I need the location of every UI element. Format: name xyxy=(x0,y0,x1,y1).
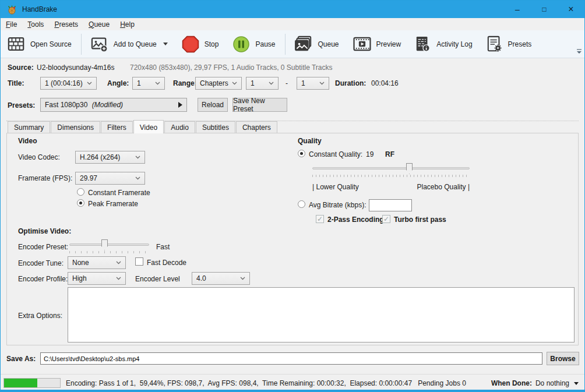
progress-fill xyxy=(4,379,37,387)
title-select[interactable]: 1 (00:04:16) xyxy=(40,77,97,90)
encoder-preset-slider-track xyxy=(69,243,149,246)
toolbar-overflow-icon[interactable] xyxy=(576,49,582,54)
range-from-select[interactable]: 1 xyxy=(246,77,279,90)
placebo-quality-label: Placebo Quality | xyxy=(417,183,470,191)
when-done-control[interactable]: When Done: Do nothing xyxy=(491,379,579,387)
peak-framerate-radio[interactable] xyxy=(77,199,84,207)
activity-log-button[interactable]: Activity Log xyxy=(408,31,479,57)
stop-button[interactable]: Stop xyxy=(175,31,226,57)
preview-icon xyxy=(353,36,371,52)
video-codec-label: Video Codec: xyxy=(18,153,60,161)
quality-section-heading: Quality xyxy=(298,137,322,145)
preset-select[interactable]: Fast 1080p30 (Modified) xyxy=(40,98,187,112)
tab-subtitles[interactable]: Subtitles xyxy=(196,121,235,133)
menu-tools[interactable]: Tools xyxy=(22,19,49,30)
extra-options-label: Extra Options: xyxy=(18,312,62,320)
handbrake-logo-icon xyxy=(7,5,17,15)
encoder-level-select[interactable]: 4.0 xyxy=(192,272,250,285)
chevron-down-icon xyxy=(116,261,121,264)
encode-status-text: Encoding: Pass 1 of 1, 59,44%, FPS: 098,… xyxy=(66,379,466,387)
tab-filters[interactable]: Filters xyxy=(101,121,133,133)
pause-icon xyxy=(232,36,250,53)
add-to-queue-icon xyxy=(91,36,108,52)
fast-decode-checkbox[interactable] xyxy=(135,257,143,266)
constant-quality-value: 19 xyxy=(366,150,373,158)
menu-file[interactable]: File xyxy=(1,19,22,30)
video-codec-value: H.264 (x264) xyxy=(80,153,120,161)
activity-log-label: Activity Log xyxy=(436,40,472,48)
tab-dimensions[interactable]: Dimensions xyxy=(51,121,100,133)
save-as-input[interactable] xyxy=(40,352,542,365)
video-codec-select[interactable]: H.264 (x264) xyxy=(75,151,145,164)
tab-video[interactable]: Video xyxy=(133,120,164,133)
maximize-button[interactable]: □ xyxy=(531,1,558,18)
encoder-level-label: Encoder Level xyxy=(135,275,180,283)
when-done-label: When Done: xyxy=(491,379,532,387)
tab-audio[interactable]: Audio xyxy=(164,121,195,133)
angle-select[interactable]: 1 xyxy=(132,77,165,90)
range-to-select[interactable]: 1 xyxy=(297,77,329,90)
chevron-down-icon xyxy=(269,82,274,85)
range-separator: - xyxy=(286,79,288,87)
preview-button[interactable]: Preview xyxy=(346,31,408,57)
menu-bar: File Tools Presets Queue Help xyxy=(1,18,584,30)
menu-queue[interactable]: Queue xyxy=(83,19,115,30)
turbo-first-pass-label: Turbo first pass xyxy=(394,216,446,224)
two-pass-label: 2-Pass Encoding xyxy=(327,216,384,224)
pause-button[interactable]: Pause xyxy=(225,31,282,57)
save-new-preset-button[interactable]: Save New Preset xyxy=(232,98,287,112)
menu-presets[interactable]: Presets xyxy=(49,19,83,30)
two-pass-checkbox[interactable] xyxy=(316,215,324,223)
tab-chapters[interactable]: Chapters xyxy=(236,121,277,133)
open-source-button[interactable]: Open Source xyxy=(1,31,79,57)
preview-label: Preview xyxy=(376,40,401,48)
presets-icon xyxy=(487,36,503,52)
duration-label: Duration: xyxy=(335,79,366,87)
extra-options-textarea[interactable] xyxy=(68,287,575,342)
presets-button[interactable]: Presets xyxy=(480,31,539,57)
encoder-preset-label: Encoder Preset: xyxy=(18,243,68,251)
framerate-select[interactable]: 29.97 xyxy=(75,172,145,185)
chevron-down-icon xyxy=(155,82,160,85)
window-title: HandBrake xyxy=(22,5,57,13)
encoder-level-value: 4.0 xyxy=(196,274,206,282)
source-details: 720x480 (853x480), 29,97 FPS, 1 Audio Tr… xyxy=(130,63,333,72)
minimize-button[interactable]: – xyxy=(504,1,531,18)
reload-button[interactable]: Reload xyxy=(198,98,228,112)
presets-toolbar-label: Presets xyxy=(508,40,532,48)
constant-quality-radio[interactable] xyxy=(298,150,305,157)
encoder-tune-value: None xyxy=(72,259,89,267)
tab-summary[interactable]: Summary xyxy=(8,121,50,133)
browse-button[interactable]: Browse xyxy=(547,352,579,365)
quality-slider-ticks xyxy=(312,175,470,177)
menu-help[interactable]: Help xyxy=(115,19,140,30)
range-type-select[interactable]: Chapters xyxy=(195,77,242,90)
constant-quality-label: Constant Quality: xyxy=(309,150,362,158)
preset-name-text: Fast 1080p30 xyxy=(45,101,87,109)
avg-bitrate-input[interactable] xyxy=(369,199,412,211)
handbrake-window: HandBrake – □ × File Tools Presets Queue… xyxy=(0,0,585,392)
encoder-tune-select[interactable]: None xyxy=(68,256,126,269)
constant-framerate-radio[interactable] xyxy=(77,188,84,196)
encoder-tune-label: Encoder Tune: xyxy=(18,259,64,267)
quality-slider-labels: | Lower Quality Placebo Quality | xyxy=(312,183,470,191)
add-to-queue-dropdown-icon xyxy=(163,43,168,45)
title-label: Title: xyxy=(8,79,24,87)
turbo-first-pass-checkbox[interactable] xyxy=(382,215,390,223)
add-to-queue-button[interactable]: Add to Queue xyxy=(84,31,175,57)
duration-value: 00:04:16 xyxy=(371,79,399,87)
encoder-profile-select[interactable]: High xyxy=(68,272,126,285)
queue-button[interactable]: Queue xyxy=(288,31,346,57)
avg-bitrate-radio[interactable] xyxy=(298,200,305,208)
framerate-label: Framerate (FPS): xyxy=(18,174,72,182)
chevron-down-icon xyxy=(135,176,140,180)
chevron-down-icon xyxy=(319,82,325,85)
close-button[interactable]: × xyxy=(558,1,584,18)
angle-select-value: 1 xyxy=(137,79,141,87)
toolbar: Open Source Add to Queue Stop xyxy=(1,30,584,58)
title-select-value: 1 (00:04:16) xyxy=(45,79,83,87)
title-bar: HandBrake – □ × xyxy=(1,1,584,18)
save-as-label: Save As: xyxy=(6,355,36,363)
encoder-profile-label: Encoder Profile: xyxy=(18,275,68,283)
video-section-heading: Video xyxy=(18,137,37,145)
